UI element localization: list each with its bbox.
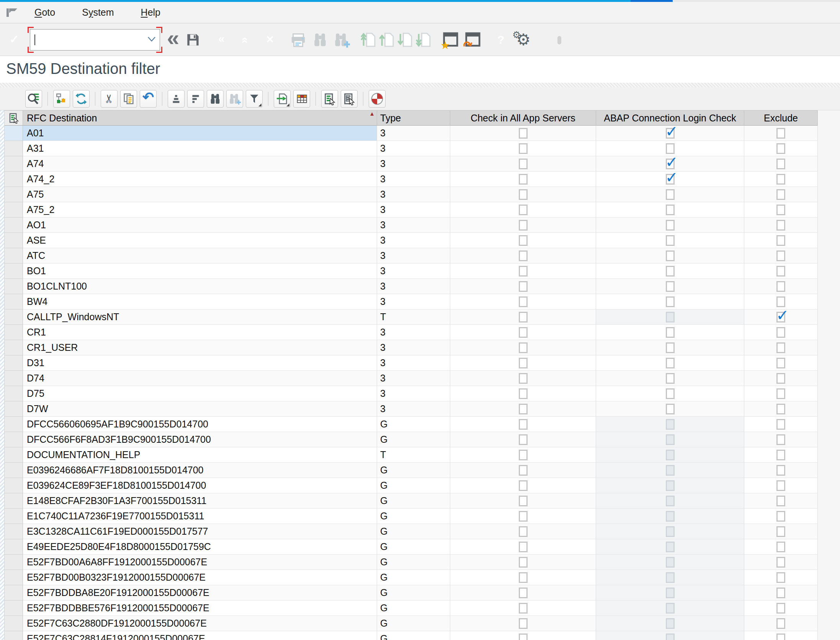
column-header-rfc-destination[interactable]: RFC Destination ▲ xyxy=(23,110,377,126)
table-row[interactable]: BO13 xyxy=(5,264,818,279)
check-all-app-servers-checkbox[interactable] xyxy=(519,450,528,460)
rfc-destination-cell[interactable]: D31 xyxy=(23,355,377,371)
table-row[interactable]: CR1_USER3 xyxy=(5,340,818,355)
table-row[interactable]: E148E8CFAF2B30F1A3F700155D015311G xyxy=(5,493,818,509)
details-button[interactable] xyxy=(25,90,42,108)
row-selector[interactable] xyxy=(5,601,23,616)
type-cell[interactable]: G xyxy=(377,463,450,478)
chevron-down-icon[interactable] xyxy=(147,36,156,44)
exclude-checkbox[interactable] xyxy=(776,542,785,552)
rfc-destination-cell[interactable]: ATC xyxy=(23,248,377,264)
check-all-app-servers-checkbox[interactable] xyxy=(519,128,528,139)
table-row[interactable]: AO13 xyxy=(5,218,818,233)
table-row[interactable]: E49EEDE25D80E4F18D8000155D01759CG xyxy=(5,539,818,555)
rfc-destination-cell[interactable]: BW4 xyxy=(23,294,377,309)
row-selector[interactable] xyxy=(5,126,23,141)
check-all-app-servers-checkbox[interactable] xyxy=(519,205,528,215)
rfc-destination-cell[interactable]: E1C740C11A7236F19E7700155D015311 xyxy=(23,509,377,524)
collapse-toolbar-icon[interactable]: « xyxy=(167,30,179,46)
table-row[interactable]: D7W3 xyxy=(5,401,818,417)
table-row[interactable]: A74_23✓ xyxy=(5,172,818,187)
row-selector[interactable] xyxy=(5,386,23,401)
exclude-checkbox[interactable] xyxy=(776,465,785,476)
table-row[interactable]: DOCUMENTATION_HELPT xyxy=(5,447,818,463)
rfc-destination-cell[interactable]: ASE xyxy=(23,233,377,248)
table-row[interactable]: E52F7BDDBA8E20F1912000155D00067EG xyxy=(5,585,818,601)
abap-login-check-checkbox[interactable] xyxy=(666,250,675,261)
type-cell[interactable]: 3 xyxy=(377,386,450,401)
export-button[interactable] xyxy=(274,90,291,108)
abap-login-check-checkbox[interactable] xyxy=(666,296,675,307)
exit-button[interactable]: « xyxy=(237,31,254,49)
table-row[interactable]: D313 xyxy=(5,355,818,371)
check-all-app-servers-checkbox[interactable] xyxy=(519,511,528,522)
rfc-destination-cell[interactable]: E52F7C63C28814F1912000155D00067E xyxy=(23,631,377,640)
exclude-checkbox[interactable]: ✓ xyxy=(776,312,785,322)
abap-login-check-checkbox[interactable] xyxy=(666,205,675,215)
table-row[interactable]: A313 xyxy=(5,141,818,156)
exclude-checkbox[interactable] xyxy=(776,557,785,568)
rfc-destination-cell[interactable]: D7W xyxy=(23,401,377,417)
last-page-button[interactable] xyxy=(416,31,431,48)
exclude-checkbox[interactable] xyxy=(776,373,785,384)
sap-session-icon[interactable] xyxy=(5,7,18,18)
find-button-grid[interactable] xyxy=(207,90,224,108)
rfc-destination-cell[interactable]: E49EEDE25D80E4F18D8000155D01759C xyxy=(23,539,377,555)
table-row[interactable]: ATC3 xyxy=(5,248,818,264)
type-cell[interactable]: G xyxy=(377,631,450,640)
abap-login-check-checkbox[interactable] xyxy=(666,373,675,384)
check-all-app-servers-checkbox[interactable] xyxy=(519,618,528,629)
rfc-destination-cell[interactable]: E039624CE89F3EF18D8100155D014700 xyxy=(23,478,377,493)
row-selector[interactable] xyxy=(5,447,23,463)
table-row[interactable]: E52F7C63C2880DF1912000155D00067EG xyxy=(5,616,818,631)
undo-button[interactable]: ↶ xyxy=(140,90,157,108)
rfc-destination-cell[interactable]: E52F7BD00B0323F1912000155D00067E xyxy=(23,570,377,585)
exclude-checkbox[interactable] xyxy=(776,480,785,491)
row-selector[interactable] xyxy=(5,264,23,279)
rfc-destination-cell[interactable]: CR1_USER xyxy=(23,340,377,355)
abap-login-check-checkbox[interactable] xyxy=(666,281,675,292)
exclude-checkbox[interactable] xyxy=(776,235,785,246)
exclude-checkbox[interactable] xyxy=(776,496,785,506)
type-cell[interactable]: 3 xyxy=(377,401,450,417)
check-all-app-servers-checkbox[interactable] xyxy=(519,633,528,640)
row-selector[interactable] xyxy=(5,325,23,340)
check-all-app-servers-checkbox[interactable] xyxy=(519,220,528,231)
table-row[interactable]: ASE3 xyxy=(5,233,818,248)
type-cell[interactable]: 3 xyxy=(377,248,450,264)
cancel-button[interactable]: ✕ xyxy=(261,31,279,49)
table-row[interactable]: D753 xyxy=(5,386,818,401)
type-cell[interactable]: 3 xyxy=(377,325,450,340)
check-all-app-servers-checkbox[interactable] xyxy=(519,281,528,292)
check-all-app-servers-checkbox[interactable] xyxy=(519,588,528,598)
menu-item-help[interactable]: Help xyxy=(132,5,170,20)
rfc-destination-cell[interactable]: E52F7C63C2880DF1912000155D00067E xyxy=(23,616,377,631)
enter-button[interactable]: ✓ xyxy=(5,31,23,49)
row-selector[interactable] xyxy=(5,570,23,585)
type-cell[interactable]: G xyxy=(377,417,450,432)
rfc-destination-cell[interactable]: BO1CLNT100 xyxy=(23,279,377,294)
type-cell[interactable]: 3 xyxy=(377,233,450,248)
row-selector[interactable] xyxy=(5,478,23,493)
help-button[interactable]: ? xyxy=(492,31,509,48)
gui-actions-button[interactable]: ↷ xyxy=(464,31,482,49)
row-selector[interactable] xyxy=(5,172,23,187)
check-all-app-servers-checkbox[interactable] xyxy=(519,174,528,185)
type-cell[interactable]: 3 xyxy=(377,218,450,233)
next-page-button[interactable] xyxy=(397,31,413,48)
check-all-app-servers-checkbox[interactable] xyxy=(519,434,528,445)
table-row[interactable]: BW43 xyxy=(5,294,818,309)
exclude-checkbox[interactable] xyxy=(776,250,785,261)
abap-login-check-checkbox[interactable] xyxy=(666,358,675,368)
rfc-destination-cell[interactable]: E52F7BD00A6A8FF1912000155D00067E xyxy=(23,555,377,570)
type-cell[interactable]: 3 xyxy=(377,279,450,294)
row-selector[interactable] xyxy=(5,432,23,447)
exclude-checkbox[interactable] xyxy=(776,220,785,231)
row-selector[interactable] xyxy=(5,616,23,631)
exclude-checkbox[interactable] xyxy=(776,189,785,200)
table-row[interactable]: E52F7BDDBBE576F1912000155D00067EG xyxy=(5,601,818,616)
row-selector[interactable] xyxy=(5,524,23,539)
rfc-destination-cell[interactable]: E148E8CFAF2B30F1A3F700155D015311 xyxy=(23,493,377,509)
abap-login-check-checkbox[interactable] xyxy=(666,189,675,200)
row-selector[interactable] xyxy=(5,631,23,640)
